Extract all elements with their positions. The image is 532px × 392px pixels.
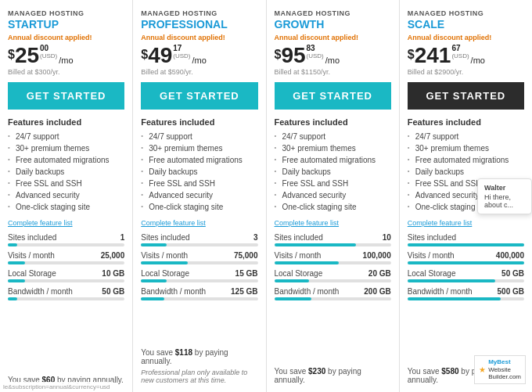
price-row: $ 49 17 (USD) /mo bbox=[141, 45, 257, 67]
mybest-text: MyBest Website Builder.com bbox=[488, 358, 521, 381]
complete-feature-link[interactable]: Complete feature list bbox=[408, 219, 524, 227]
feature-item: 30+ premium themes bbox=[275, 142, 391, 154]
price-dollar: 241 bbox=[415, 45, 451, 67]
savings-text: You save $230 by paying annually. bbox=[275, 367, 391, 384]
stat-label: Visits / month bbox=[275, 251, 322, 260]
get-started-button[interactable]: GET STARTED bbox=[8, 82, 124, 110]
get-started-button[interactable]: GET STARTED bbox=[275, 82, 391, 110]
stat-bar-fill bbox=[408, 243, 524, 246]
feature-item: 24/7 support bbox=[408, 131, 524, 142]
stats-section: Sites included 1 Visits / month 25,000 bbox=[8, 233, 124, 369]
stat-label: Bandwidth / month bbox=[408, 287, 473, 296]
plan-professional: Managed Hosting Professional Annual disc… bbox=[133, 0, 266, 392]
stat-value: 50 GB bbox=[102, 287, 124, 296]
stat-bar-bg bbox=[141, 297, 257, 300]
stats-section: Sites included 3 Visits / month 75,000 bbox=[141, 233, 257, 342]
stat-bar-bg bbox=[141, 243, 257, 246]
stat-value: 100,000 bbox=[363, 251, 391, 260]
price-dollar: 95 bbox=[281, 45, 305, 67]
feature-item: Advanced security bbox=[275, 189, 391, 201]
stat-bar-bg bbox=[408, 243, 524, 246]
complete-feature-link[interactable]: Complete feature list bbox=[8, 219, 124, 227]
stat-bar-bg bbox=[408, 279, 524, 282]
chat-bubble[interactable]: Walter Hi there, about c... bbox=[477, 178, 532, 214]
feature-item: Daily backups bbox=[275, 166, 391, 178]
feature-item: 24/7 support bbox=[275, 131, 391, 142]
stat-row: Sites included 10 bbox=[275, 233, 391, 246]
discount-badge: Annual discount applied! bbox=[141, 34, 257, 41]
stat-bar-fill bbox=[8, 243, 17, 246]
feature-item: 30+ premium themes bbox=[408, 142, 524, 154]
plan-header-label: Managed Hosting bbox=[275, 9, 391, 17]
stat-bar-fill bbox=[8, 297, 17, 300]
get-started-button[interactable]: GET STARTED bbox=[141, 82, 257, 110]
feature-item: Free SSL and SSH bbox=[275, 178, 391, 189]
stat-bar-bg bbox=[275, 261, 391, 264]
stat-row: Local Storage 50 GB bbox=[408, 269, 524, 282]
stat-value: 50 GB bbox=[501, 269, 524, 278]
stat-bar-fill bbox=[408, 297, 501, 300]
stat-label-row: Bandwidth / month 50 GB bbox=[8, 287, 124, 296]
feature-item: Free automated migrations bbox=[275, 154, 391, 166]
stat-label: Local Storage bbox=[141, 269, 189, 278]
stat-bar-bg bbox=[408, 297, 524, 300]
price-dollar-sign: $ bbox=[8, 48, 15, 62]
stat-bar-bg bbox=[275, 243, 391, 246]
price-cents: 00 bbox=[40, 45, 57, 52]
mybest-my: My bbox=[488, 358, 497, 365]
feature-item: 30+ premium themes bbox=[141, 142, 257, 154]
stat-label-row: Visits / month 75,000 bbox=[141, 251, 257, 260]
feature-item: Advanced security bbox=[141, 189, 257, 201]
stat-bar-fill bbox=[275, 297, 312, 300]
stat-label-row: Bandwidth / month 200 GB bbox=[275, 287, 391, 296]
feature-item: 30+ premium themes bbox=[8, 142, 124, 154]
stat-label: Visits / month bbox=[408, 251, 455, 260]
feature-item: Free automated migrations bbox=[141, 154, 257, 166]
stat-bar-bg bbox=[275, 297, 391, 300]
stat-bar-bg bbox=[408, 261, 524, 264]
stats-section: Sites included 10 Visits / month 100,000 bbox=[275, 233, 391, 361]
stat-value: 25,000 bbox=[101, 251, 125, 260]
stat-row: Local Storage 10 GB bbox=[8, 269, 124, 282]
stat-bar-bg bbox=[8, 243, 124, 246]
stat-label-row: Bandwidth / month 500 GB bbox=[408, 287, 524, 296]
get-started-button[interactable]: GET STARTED bbox=[408, 82, 524, 110]
price-cents: 67 bbox=[451, 45, 469, 52]
features-title: Features included bbox=[408, 117, 524, 127]
billed-text: Billed at $300/yr. bbox=[8, 68, 124, 76]
savings-amount: $118 bbox=[175, 348, 192, 357]
feature-item: 24/7 support bbox=[141, 131, 257, 142]
stat-row: Bandwidth / month 500 GB bbox=[408, 287, 524, 300]
plan-growth: Managed Hosting Growth Annual discount a… bbox=[267, 0, 400, 392]
stat-label: Bandwidth / month bbox=[275, 287, 340, 296]
stat-label-row: Sites included 1 bbox=[8, 233, 124, 242]
stat-label-row: Sites included bbox=[408, 233, 524, 242]
plan-startup: Managed Hosting Startup Annual discount … bbox=[0, 0, 133, 392]
complete-feature-link[interactable]: Complete feature list bbox=[141, 219, 257, 227]
stat-row: Bandwidth / month 125 GB bbox=[141, 287, 257, 300]
chat-text: Hi there, about c... bbox=[484, 193, 525, 209]
stat-label: Visits / month bbox=[141, 251, 188, 260]
features-list: 24/7 support30+ premium themesFree autom… bbox=[8, 131, 124, 213]
price-row: $ 25 00 (USD) /mo bbox=[8, 45, 124, 67]
price-currency: (USD) bbox=[173, 52, 190, 59]
price-currency: (USD) bbox=[451, 52, 469, 59]
plan-header-label: Managed Hosting bbox=[141, 9, 257, 17]
stat-bar-fill bbox=[275, 261, 339, 264]
pro-note: Professional plan only available to new … bbox=[141, 369, 257, 384]
stat-bar-bg bbox=[8, 297, 124, 300]
stat-bar-fill bbox=[275, 243, 356, 246]
price-cents-block: 83 (USD) bbox=[307, 45, 324, 59]
billed-text: Billed at $590/yr. bbox=[141, 68, 257, 76]
stat-bar-bg bbox=[8, 261, 124, 264]
price-dollar-sign: $ bbox=[275, 48, 282, 62]
stat-bar-fill bbox=[408, 261, 524, 264]
price-cents-block: 00 (USD) bbox=[40, 45, 57, 59]
stat-label: Bandwidth / month bbox=[141, 287, 206, 296]
complete-feature-link[interactable]: Complete feature list bbox=[275, 219, 391, 227]
stat-row: Bandwidth / month 50 GB bbox=[8, 287, 124, 300]
stat-bar-fill bbox=[141, 261, 188, 264]
stat-value: 1 bbox=[120, 233, 125, 242]
mybest-star-icon: ★ bbox=[479, 365, 486, 374]
price-mo: /mo bbox=[192, 56, 207, 65]
